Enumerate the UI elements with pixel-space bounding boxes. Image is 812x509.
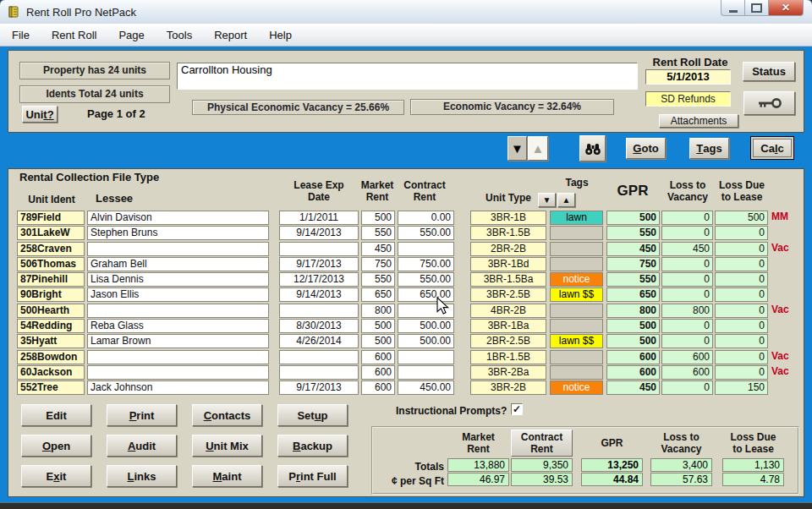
unit-type-cell[interactable]: 3BR-2Ba	[470, 365, 546, 380]
unit-ident-cell[interactable]: 258Bowdon	[17, 350, 85, 364]
command-button-backup[interactable]: Backup	[277, 435, 348, 457]
menu-file[interactable]: File	[1, 25, 41, 46]
title-bar[interactable]: Rent Roll Pro NetPack ✕	[0, 0, 812, 24]
command-button-links[interactable]: Links	[107, 465, 177, 487]
unit-ident-cell[interactable]: 506Thomas	[17, 257, 85, 271]
menu-report[interactable]: Report	[203, 25, 258, 46]
goto-button[interactable]: Goto	[626, 138, 666, 159]
lessee-cell[interactable]: Lisa Dennis	[87, 272, 269, 287]
tag-cell[interactable]	[550, 319, 603, 333]
instructional-prompts-checkbox[interactable]	[511, 403, 523, 415]
calc-button[interactable]: Calc	[750, 136, 794, 160]
contract-rent-cell[interactable]	[398, 365, 454, 380]
unit-ident-cell[interactable]: 60Jackson	[17, 365, 85, 380]
unit-type-cell[interactable]: 3BR-2.5B	[470, 287, 546, 302]
market-rent-cell[interactable]: 650	[361, 287, 395, 302]
unit-ident-cell[interactable]: 35Hyatt	[17, 334, 85, 348]
lease-exp-date-cell[interactable]: 12/17/2013	[279, 272, 359, 287]
tag-cell[interactable]	[550, 257, 603, 271]
unit-ident-cell[interactable]: 90Bright	[17, 287, 85, 302]
market-rent-cell[interactable]: 450	[361, 242, 395, 256]
contract-rent-cell[interactable]: 750.00	[398, 257, 454, 271]
tag-cell[interactable]	[550, 242, 603, 256]
close-button[interactable]: ✕	[768, 0, 804, 16]
tag-sort-up-button[interactable]: ▲	[557, 193, 575, 207]
lessee-cell[interactable]	[87, 350, 269, 364]
unit-ident-cell[interactable]: 258Craven	[17, 242, 85, 256]
attachments-button[interactable]: Attachments	[659, 114, 738, 128]
unit-button[interactable]: Unit?	[22, 106, 58, 123]
lessee-cell[interactable]	[87, 304, 269, 318]
command-button-open[interactable]: Open	[21, 435, 91, 457]
menu-page[interactable]: Page	[107, 25, 155, 46]
lessee-cell[interactable]	[87, 242, 269, 256]
unit-ident-cell[interactable]: 54Redding	[17, 319, 85, 333]
lessee-cell[interactable]	[87, 365, 269, 380]
unit-ident-cell[interactable]: 552Tree	[17, 380, 85, 395]
unit-type-cell[interactable]: 3BR-1Ba	[470, 319, 546, 333]
unit-ident-cell[interactable]: 789Field	[17, 211, 85, 225]
lessee-cell[interactable]: Reba Glass	[87, 319, 269, 333]
tag-sort-down-button[interactable]: ▼	[538, 193, 556, 207]
tag-cell[interactable]	[550, 365, 603, 380]
market-rent-cell[interactable]: 500	[361, 319, 395, 333]
lessee-cell[interactable]: Jack Johnson	[87, 380, 269, 395]
lease-exp-date-cell[interactable]: 9/14/2013	[279, 287, 359, 302]
lease-exp-date-cell[interactable]: 9/17/2013	[279, 257, 359, 271]
row-down-button[interactable]: ▼	[508, 136, 527, 161]
command-button-audit[interactable]: Audit	[107, 435, 177, 457]
market-rent-cell[interactable]: 600	[361, 350, 395, 364]
command-button-contacts[interactable]: Contacts	[192, 404, 262, 426]
command-button-edit[interactable]: Edit	[21, 404, 91, 426]
command-button-maint[interactable]: Maint	[192, 465, 262, 487]
property-name-input[interactable]	[177, 63, 638, 90]
contract-rent-cell[interactable]: 450.00	[398, 380, 454, 395]
tag-cell[interactable]	[550, 350, 603, 364]
maximize-button[interactable]	[745, 0, 768, 16]
tags-button[interactable]: Tags	[689, 138, 729, 159]
contract-rent-cell[interactable]	[398, 242, 454, 256]
lease-exp-date-cell[interactable]: 9/17/2013	[279, 380, 359, 395]
tag-cell[interactable]	[550, 304, 603, 318]
lessee-cell[interactable]: Lamar Brown	[87, 334, 269, 348]
menu-tools[interactable]: Tools	[156, 25, 203, 46]
market-rent-cell[interactable]: 550	[361, 272, 395, 287]
lease-exp-date-cell[interactable]	[279, 242, 359, 256]
contract-rent-cell[interactable]: 500.00	[398, 334, 454, 348]
tag-cell[interactable]: lawn	[550, 211, 603, 225]
command-button-print-full[interactable]: Print Full	[277, 465, 348, 487]
unit-ident-cell[interactable]: 87Pinehill	[17, 272, 85, 287]
market-rent-cell[interactable]: 750	[361, 257, 395, 271]
lessee-cell[interactable]: Jason Ellis	[87, 287, 269, 302]
unit-type-cell[interactable]: 3BR-1Bd	[470, 257, 546, 271]
unit-ident-cell[interactable]: 301LakeW	[17, 226, 85, 240]
lease-exp-date-cell[interactable]: 8/30/2013	[279, 319, 359, 333]
contract-rent-cell[interactable]: 0.00	[398, 211, 454, 225]
unit-type-cell[interactable]: 3BR-2B	[470, 380, 546, 395]
contract-rent-cell[interactable]: 500.00	[398, 319, 454, 333]
lease-exp-date-cell[interactable]	[279, 304, 359, 318]
contract-rent-cell[interactable]: 550.00	[398, 226, 454, 240]
contract-rent-cell[interactable]: 650.00	[398, 287, 454, 302]
unit-type-cell[interactable]: 4BR-2B	[470, 304, 546, 318]
market-rent-cell[interactable]: 600	[361, 380, 395, 395]
unit-type-cell[interactable]: 2BR-2.5B	[470, 334, 546, 348]
command-button-exit[interactable]: Exit	[21, 465, 91, 487]
market-rent-cell[interactable]: 600	[361, 365, 395, 380]
contract-rent-cell[interactable]	[398, 350, 454, 364]
menu-help[interactable]: Help	[258, 25, 303, 46]
market-rent-cell[interactable]: 550	[361, 226, 395, 240]
unit-ident-cell[interactable]: 500Hearth	[17, 304, 85, 318]
unit-type-cell[interactable]: 1BR-1.5B	[470, 350, 546, 364]
lease-exp-date-cell[interactable]	[279, 365, 359, 380]
lessee-cell[interactable]: Stephen Bruns	[87, 226, 269, 240]
tag-cell[interactable]: notice	[550, 272, 603, 287]
market-rent-cell[interactable]: 800	[361, 304, 395, 318]
lease-exp-date-cell[interactable]	[279, 350, 359, 364]
command-button-setup[interactable]: Setup	[277, 404, 348, 426]
market-rent-cell[interactable]: 500	[361, 211, 395, 225]
tag-cell[interactable]	[550, 226, 603, 240]
lessee-cell[interactable]: Graham Bell	[87, 257, 269, 271]
market-rent-cell[interactable]: 500	[361, 334, 395, 348]
minimize-button[interactable]	[721, 0, 745, 16]
